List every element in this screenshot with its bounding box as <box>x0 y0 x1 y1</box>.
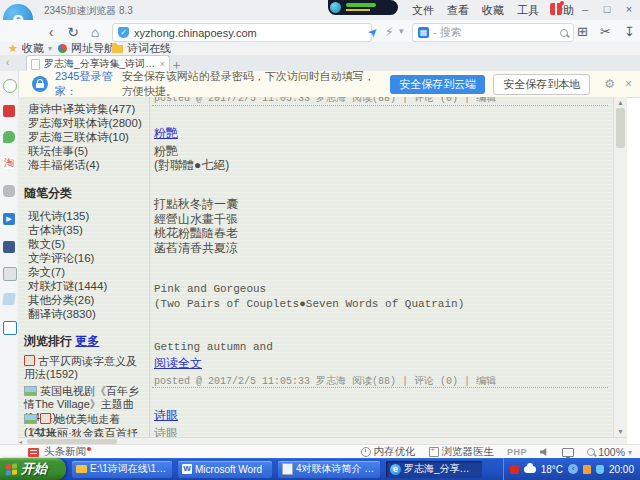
save-to-cloud-button[interactable]: 安全保存到云端 <box>390 75 485 94</box>
home-button[interactable]: ⌂ <box>86 22 104 42</box>
star-icon: ★ <box>8 42 18 55</box>
news-label[interactable]: 头条新闻 <box>44 445 86 459</box>
search-box[interactable]: ▦ - 搜索 <box>412 23 574 42</box>
read-full-link[interactable]: 阅读全文 <box>154 355 202 372</box>
tray-shield-icon[interactable] <box>596 465 604 474</box>
post-separator <box>152 387 608 388</box>
scroll-down-icon[interactable]: ▼ <box>614 428 627 435</box>
favorites-label: 收藏 <box>22 41 44 56</box>
vertical-scrollbar[interactable]: ▲ ▼ <box>613 97 627 437</box>
search-input[interactable]: - 搜索 <box>433 25 556 40</box>
url-text[interactable]: xyzhong.chinapoesy.com <box>134 27 257 39</box>
sidebar-link-collection-1[interactable]: 罗志海对联体诗(2800) <box>28 116 142 131</box>
sidebar-link-collection-2[interactable]: 罗志海三联体诗(10) <box>28 130 129 145</box>
poem-line: 菡萏清香共夏涼 <box>154 241 238 256</box>
tray-utility-icon[interactable] <box>583 465 591 474</box>
sidebar-link-collection-4[interactable]: 海丰福佬话(4) <box>28 158 100 173</box>
clock-icon[interactable] <box>3 79 17 93</box>
next-post-title-link[interactable]: 诗眼 <box>154 407 178 424</box>
notification-close-icon[interactable]: × <box>625 77 632 91</box>
scissors-screenshot-icon[interactable]: ✂ <box>600 24 611 39</box>
extensions-chevron-icon[interactable]: ▾ <box>399 26 404 36</box>
search-engine-icon[interactable]: ▦ <box>418 27 429 38</box>
browser-doctor-button[interactable]: 浏览器医生 <box>429 445 495 459</box>
notebook-icon[interactable] <box>2 293 16 305</box>
monitor-icon[interactable] <box>562 448 574 457</box>
game-icon[interactable] <box>3 185 15 197</box>
sidebar-link-essay-3[interactable]: 文学评论(16) <box>28 251 94 266</box>
web-page: 唐诗中译英诗集(477) 罗志海对联体诗(2800) 罗志海三联体诗(10) 联… <box>18 97 627 437</box>
tray-clock[interactable]: 20:00 <box>609 464 634 475</box>
taskbar-item-word[interactable]: W Microsoft Word <box>178 461 272 478</box>
taskbar-item-document[interactable]: 4对联体诗简介 do... <box>278 461 380 478</box>
sidebar-link-essay-1[interactable]: 古体诗(35) <box>28 223 83 238</box>
scroll-up-icon[interactable]: ▲ <box>614 99 627 106</box>
rank-more-link[interactable]: 更多 <box>75 334 99 348</box>
menu-favorites[interactable]: 收藏 <box>482 3 504 18</box>
sidebar-link-collection-0[interactable]: 唐诗中译英诗集(477) <box>28 102 135 117</box>
refresh-button[interactable]: ↻ <box>64 22 82 42</box>
poem-chinese: 打點秋冬詩一囊 經營山水畫千張 桃花粉豔隨春老 菡萏清香共夏涼 <box>154 197 238 255</box>
sidebar-link-essay-7[interactable]: 翻译诗(3830) <box>28 307 96 322</box>
bookmark-folder-poetry[interactable]: 诗词在线 <box>112 42 171 55</box>
video-icon[interactable]: ▶ <box>3 213 15 225</box>
save-to-local-button[interactable]: 安全保存到本地 <box>493 74 590 95</box>
minimize-button[interactable]: – <box>574 2 596 17</box>
notification-dot <box>560 1 564 5</box>
post-form-note-english: (Two Pairs of Couplets●Seven Words of Qu… <box>154 298 464 310</box>
tray-app-icon[interactable] <box>510 465 519 474</box>
zoom-control[interactable]: 100% ▾ <box>587 446 632 458</box>
php-indicator[interactable]: PHP <box>507 447 527 457</box>
memory-optimize-button[interactable]: 内存优化 <box>361 445 416 459</box>
tray-collapse-icon[interactable]: ‹ <box>568 464 578 474</box>
news-icon[interactable] <box>28 448 39 457</box>
rank-item[interactable]: 古平仄两读字意义及用法(1592) <box>24 355 146 381</box>
taobao-icon[interactable]: 淘 <box>3 157 15 169</box>
chat-icon[interactable] <box>3 131 15 143</box>
tray-temperature[interactable]: 18°C <box>541 464 563 475</box>
start-button[interactable]: 开始 <box>0 458 66 480</box>
lightning-icon[interactable]: ⚡ <box>385 25 393 39</box>
site-shield-icon[interactable]: ✓ <box>118 27 129 38</box>
zoom-level: 100% <box>598 446 625 458</box>
download-icon[interactable]: ↧ <box>624 24 635 39</box>
taskbar-item-explorer[interactable]: E:\1诗词在线\1罗... <box>72 461 172 478</box>
taskbar-item-browser[interactable]: e 罗志海_分享诗集_... <box>386 461 482 478</box>
weather-cloud-icon[interactable] <box>524 466 536 473</box>
bookmark-site-nav[interactable]: 网址导航 <box>58 42 115 55</box>
speaker-icon[interactable] <box>540 448 549 456</box>
menu-file[interactable]: 文件 <box>412 3 434 18</box>
apps-grid-icon[interactable]: ⊞ <box>577 24 588 39</box>
search-icon[interactable] <box>560 29 568 37</box>
site-nav-icon <box>58 44 67 53</box>
sidebar-link-essay-0[interactable]: 现代诗(135) <box>28 209 89 224</box>
chevron-down-icon: ▾ <box>48 44 52 53</box>
sidebar-link-essay-5[interactable]: 对联灯谜(1444) <box>28 279 107 294</box>
tab-scroll-left-icon[interactable]: ‹ <box>6 57 9 68</box>
task-label: E:\1诗词在线\1罗... <box>90 462 168 476</box>
sidebar-link-essay-2[interactable]: 散文(5) <box>28 237 65 252</box>
gear-icon[interactable]: ⚙ <box>604 77 615 91</box>
back-to-top-icon[interactable] <box>3 321 17 335</box>
menu-tools[interactable]: 工具 <box>517 3 539 18</box>
favorites-button[interactable]: ★ 收藏 ▾ <box>8 42 52 55</box>
calculator-icon[interactable] <box>3 267 17 281</box>
post-title-link[interactable]: 粉艷 <box>154 125 178 142</box>
scrollbar-thumb[interactable] <box>616 108 625 148</box>
maximize-button[interactable]: □ <box>596 2 618 17</box>
poem-line: 桃花粉豔隨春老 <box>154 226 238 241</box>
menu-view[interactable]: 查看 <box>447 3 469 18</box>
address-bar[interactable]: ✓ xyzhong.chinapoesy.com <box>112 23 372 42</box>
password-notification-bar: 2345登录管家： 安全保存该网站的登录密码，下次访问时自动填写，方便快捷。 安… <box>18 71 640 98</box>
sidebar-link-essay-4[interactable]: 杂文(7) <box>28 265 65 280</box>
post-separator <box>152 105 608 106</box>
computer-icon[interactable] <box>3 241 15 253</box>
sidebar-link-essay-6[interactable]: 其他分类(26) <box>28 293 94 308</box>
seal-icon <box>24 355 35 366</box>
gift-icon[interactable] <box>550 3 562 15</box>
close-button[interactable]: × <box>618 2 640 17</box>
tab-close-icon[interactable]: × <box>160 59 165 69</box>
back-button[interactable]: ‹ <box>42 22 60 42</box>
sidebar-link-collection-3[interactable]: 联坛佳事(5) <box>28 144 88 159</box>
headlines-icon[interactable] <box>3 105 15 117</box>
